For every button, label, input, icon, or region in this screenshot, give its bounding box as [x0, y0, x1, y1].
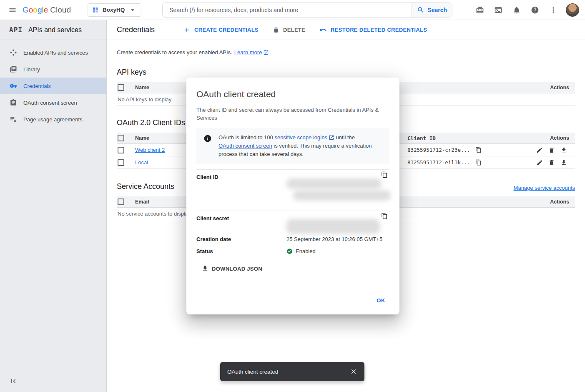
sidebar-nav: Enabled APIs and services Library Creden…	[0, 40, 106, 128]
copy-client-id-button[interactable]	[474, 146, 483, 155]
more-options-button[interactable]	[545, 2, 562, 18]
empty-state-text: No service accounts to display	[117, 211, 191, 217]
search-button[interactable]: Search	[412, 3, 452, 17]
delete-button[interactable]: DELETE	[268, 23, 310, 38]
snackbar-close-button[interactable]	[346, 364, 361, 379]
download-icon	[201, 265, 209, 272]
edit-client-button[interactable]	[534, 145, 545, 156]
learn-more-label: Learn more	[234, 49, 262, 55]
intro-text: Create credentials to access your enable…	[117, 49, 575, 55]
creation-date-label: Creation date	[196, 236, 286, 242]
sensitive-scope-logins-link[interactable]: sensitive scope logins	[274, 133, 334, 142]
delete-client-button[interactable]	[546, 157, 557, 168]
select-all-checkbox[interactable]	[118, 135, 124, 141]
copy-icon	[381, 171, 388, 178]
download-client-button[interactable]	[558, 157, 569, 168]
external-link-icon	[263, 50, 269, 55]
ok-button[interactable]: OK	[372, 294, 389, 307]
restore-deleted-credentials-button[interactable]: RESTORE DELETED CREDENTIALS	[314, 23, 432, 38]
sidebar-item-label: Enabled APIs and services	[23, 50, 88, 56]
sidebar-item-label: OAuth consent screen	[23, 100, 77, 106]
google-cloud-logo[interactable]: Google Cloud	[23, 5, 71, 15]
client-id-value: 83255951712-cr23e...	[407, 147, 470, 153]
sidebar-item-enabled-apis[interactable]: Enabled APIs and services	[0, 44, 106, 61]
api-keys-heading: API keys	[117, 68, 575, 77]
client-name: Web client 2	[135, 147, 165, 153]
row-checkbox[interactable]	[118, 147, 124, 153]
client-link[interactable]: Web client 2	[135, 147, 165, 153]
undo-icon	[319, 26, 327, 34]
column-header-client-id: Client ID	[407, 135, 528, 141]
edit-client-button[interactable]	[534, 157, 545, 168]
sidebar-header: API APIs and services	[0, 20, 106, 40]
collapse-nav-button[interactable]	[6, 374, 21, 389]
check-circle-icon	[286, 248, 293, 254]
creation-date-value: 25 September 2023 at 10:26:05 GMT+5	[286, 236, 382, 242]
chevron-down-icon	[128, 6, 137, 14]
notice-text: OAuth is limited to 100 sensitive scope …	[218, 133, 383, 158]
hamburger-icon	[8, 6, 17, 14]
search-button-label: Search	[427, 7, 447, 13]
logo-letter: e	[44, 5, 48, 15]
download-json-label: DOWNLOAD JSON	[212, 266, 262, 272]
row-checkbox[interactable]	[118, 159, 124, 166]
download-client-button[interactable]	[558, 145, 569, 156]
client-secret-label: Client secret	[196, 215, 286, 221]
sidebar-item-page-usage-agreements[interactable]: Page usage agreements	[0, 111, 106, 128]
logo-letter: o	[33, 5, 38, 15]
free-trial-gift-button[interactable]	[472, 2, 488, 18]
column-header-actions: Actions	[528, 135, 575, 141]
sidebar-item-credentials[interactable]: Credentials	[0, 78, 106, 94]
search-input[interactable]	[163, 3, 412, 17]
project-selector[interactable]: BoxyHQ	[88, 3, 141, 17]
client-id-field: Client ID	[196, 169, 389, 211]
dialog-footer: OK	[196, 294, 389, 307]
cloud-shell-button[interactable]	[490, 2, 507, 18]
pencil-icon	[536, 159, 543, 166]
sidebar-title: APIs and services	[28, 26, 82, 34]
info-icon	[203, 134, 212, 143]
terminal-icon	[494, 6, 502, 14]
project-name: BoxyHQ	[103, 7, 125, 13]
select-all-checkbox[interactable]	[118, 199, 124, 205]
creation-date-field: Creation date 25 September 2023 at 10:26…	[196, 233, 389, 245]
sidebar-item-oauth-consent[interactable]: OAuth consent screen	[0, 94, 106, 111]
delete-label: DELETE	[283, 27, 305, 33]
collapse-left-icon	[9, 377, 18, 385]
enabled-apis-icon	[10, 49, 17, 56]
help-button[interactable]	[527, 2, 543, 18]
library-icon	[10, 65, 17, 73]
topbar: Google Cloud BoxyHQ Search	[0, 0, 585, 20]
notice-segment: until the	[334, 134, 355, 141]
copy-icon	[381, 213, 388, 219]
oauth-consent-screen-link[interactable]: OAuth consent screen	[218, 142, 272, 150]
intro-sentence: Create credentials to access your enable…	[117, 49, 232, 55]
main-menu-button[interactable]	[4, 2, 21, 18]
agreements-icon	[10, 116, 17, 123]
user-avatar[interactable]	[566, 3, 579, 17]
client-secret-field: Client secret	[196, 211, 389, 233]
select-all-checkbox[interactable]	[118, 84, 124, 91]
sidebar: API APIs and services Enabled APIs and s…	[0, 20, 107, 392]
external-link-icon	[329, 135, 334, 141]
notice-link-label: sensitive scope logins	[274, 133, 327, 142]
delete-client-button[interactable]	[546, 145, 557, 156]
notifications-button[interactable]	[508, 2, 525, 18]
copy-icon	[475, 159, 482, 166]
download-json-button[interactable]: DOWNLOAD JSON	[196, 261, 267, 276]
sidebar-item-library[interactable]: Library	[0, 61, 106, 78]
three-dot-menu-icon	[549, 6, 557, 14]
snackbar: OAuth client created	[220, 362, 364, 381]
manage-service-accounts-link[interactable]: Manage service accounts	[514, 185, 575, 191]
copy-client-id-button[interactable]	[474, 158, 483, 167]
create-credentials-button[interactable]: CREATE CREDENTIALS	[178, 23, 264, 38]
copy-client-id-button[interactable]	[379, 170, 389, 180]
help-icon	[531, 6, 539, 14]
client-link[interactable]: Local	[135, 159, 148, 166]
copy-client-secret-button[interactable]	[379, 211, 389, 221]
dialog-title: OAuth client created	[196, 89, 389, 99]
column-header-actions: Actions	[491, 85, 575, 90]
logo-cloud-text: Cloud	[50, 5, 71, 15]
learn-more-link[interactable]: Learn more	[234, 49, 269, 55]
dialog-fields: Client ID Client secret	[196, 169, 389, 257]
